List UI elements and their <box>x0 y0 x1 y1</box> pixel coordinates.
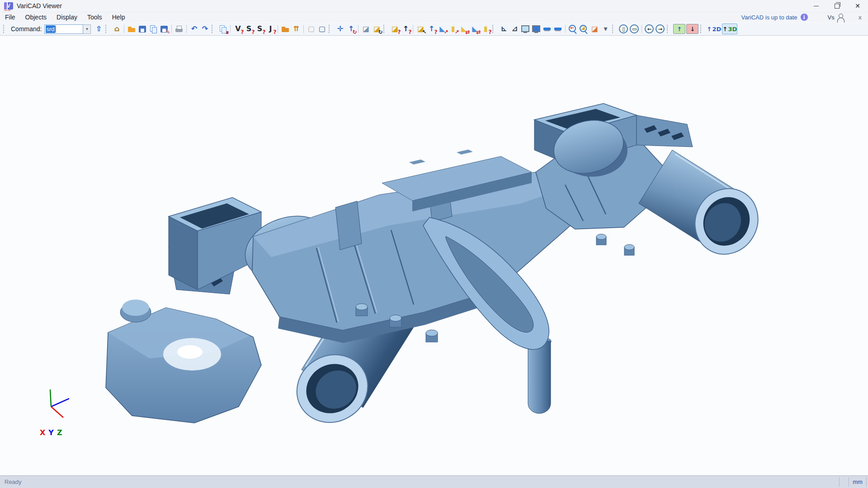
insert-symbol-glyph: ⇈ <box>293 25 299 33</box>
menu-help[interactable]: Help <box>107 14 130 21</box>
measure-cylinder-badge: ? <box>489 29 492 35</box>
model-viewport[interactable] <box>0 36 868 476</box>
command-text-selected: srd <box>46 25 55 33</box>
copy-drawing-icon[interactable] <box>148 24 158 34</box>
zoom-previous-glyph: ← <box>570 26 574 30</box>
menu-display[interactable]: Display <box>52 14 82 21</box>
save-icon[interactable] <box>137 24 147 34</box>
query-view-icon[interactable]: V? <box>233 24 243 34</box>
varicad-viewer-window: V VariCAD VariCAD Viewer ✕ File Objects … <box>0 0 868 488</box>
measure-distance-icon[interactable]: ◣↗ <box>437 24 447 34</box>
display-wire-icon[interactable] <box>520 24 530 34</box>
print-icon[interactable] <box>174 24 184 34</box>
redo-icon[interactable]: ↷ <box>200 24 210 34</box>
command-input[interactable]: srd <box>44 24 83 34</box>
3d-model[interactable] <box>0 36 868 476</box>
mode-3d-icon[interactable]: ↑3D <box>722 23 737 34</box>
query-surface-icon[interactable]: S? <box>255 24 264 34</box>
query-entity-icon[interactable]: ↑? <box>426 24 436 34</box>
measure-angle-badge: ⇄ <box>476 29 481 35</box>
load-previous-icon[interactable]: ↑ <box>673 24 685 34</box>
select-solid-icon[interactable]: ◪↖ <box>415 24 425 34</box>
view-next-icon[interactable]: → <box>655 24 665 34</box>
caliper-inner-icon[interactable]: ⊿ <box>509 24 519 34</box>
mode-2d-icon[interactable]: ↑2D <box>707 24 721 34</box>
open-file-icon[interactable] <box>127 24 137 34</box>
query-joint-icon[interactable]: J? <box>265 24 275 34</box>
measure-between-icon[interactable]: ◣⇄ <box>459 24 469 34</box>
restore-icon <box>835 4 840 9</box>
query-view-badge: ? <box>241 29 244 35</box>
pan-view-icon[interactable]: ✛ <box>335 24 345 34</box>
send-view-icon[interactable]: ⇧ <box>94 24 104 34</box>
display-section-2-icon[interactable] <box>553 24 563 34</box>
logo-subtext: VariCAD <box>4 9 11 11</box>
toolbar-grip <box>329 25 333 33</box>
axis-x-label: X <box>40 428 45 437</box>
axis-z-label: Z <box>57 428 62 437</box>
restore-button[interactable] <box>826 0 847 12</box>
menu-right-area: VariCAD is up to date i Vs x <box>741 14 868 21</box>
insert-symbol-icon[interactable]: ⇈ <box>291 24 301 34</box>
measure-angle-icon[interactable]: ◣⇄ <box>470 24 480 34</box>
command-caret <box>55 26 56 33</box>
view-previous-icon[interactable]: ← <box>644 24 654 34</box>
shaded-cube-icon[interactable]: ▢ <box>317 24 327 34</box>
identify-entity-glyph: ↑ <box>403 25 409 33</box>
query-solid-icon[interactable]: S? <box>244 24 254 34</box>
account-area[interactable]: Vs <box>828 14 845 21</box>
toolbar-grip <box>492 25 496 33</box>
toolbar: Command: srd ▾ ⇧⌂✎↶↷▪V?S?S?J?⇈▢▢✛↑↻◪◪↻◪?… <box>0 23 868 36</box>
render-style-caret-icon[interactable]: ▾ <box>600 24 610 34</box>
close-button[interactable]: ✕ <box>847 0 868 12</box>
identify-entity-icon[interactable]: ↑? <box>401 24 410 34</box>
wireframe-cube-icon[interactable]: ▢ <box>306 24 316 34</box>
measure-cylinder-icon[interactable]: ▮? <box>481 24 491 34</box>
caliper-outer-icon[interactable]: ⊾ <box>499 24 509 34</box>
insert-block-icon[interactable] <box>280 24 290 34</box>
render-style-icon[interactable]: ◪ <box>590 24 599 34</box>
load-next-glyph: ↓ <box>690 26 695 32</box>
status-text: Ready <box>5 479 22 485</box>
home-icon[interactable]: ⌂ <box>112 24 122 34</box>
load-next-icon[interactable]: ↓ <box>686 24 698 34</box>
toolbar-divider <box>278 25 278 33</box>
toolbar-grip <box>212 25 216 33</box>
zoom-solid-icon[interactable]: ◪ <box>579 24 589 34</box>
identify-entity-badge: ? <box>409 29 412 35</box>
measure-point-icon[interactable]: ▮↗ <box>448 24 458 34</box>
toolbar-divider <box>358 25 359 33</box>
display-shaded-icon[interactable] <box>531 24 541 34</box>
command-dropdown-button[interactable]: ▾ <box>83 24 91 34</box>
query-surface-badge: ? <box>263 29 266 35</box>
undo-glyph: ↶ <box>191 25 197 33</box>
toolbar-divider <box>413 25 413 33</box>
zoom-previous-icon[interactable]: ← <box>568 24 578 34</box>
menu-objects[interactable]: Objects <box>20 14 52 21</box>
copy-to-clipboard-icon[interactable]: ▪ <box>218 24 228 34</box>
menu-tools[interactable]: Tools <box>82 14 107 21</box>
query-surface-glyph: S <box>257 25 263 33</box>
identify-solid-icon[interactable]: ◪? <box>390 24 400 34</box>
mode-2d-arrow: ↑ <box>707 26 712 32</box>
axis-x-line <box>51 407 63 418</box>
status-bar: Ready mm <box>0 475 868 488</box>
info-icon[interactable]: i <box>801 14 808 21</box>
rotate-view-icon[interactable]: ↑↻ <box>346 24 356 34</box>
menu-file[interactable]: File <box>0 14 20 21</box>
save-as-icon[interactable]: ✎ <box>159 24 169 34</box>
axis-y-line <box>51 399 69 407</box>
spin-solid-icon[interactable]: ◪↻ <box>372 24 382 34</box>
display-section-icon[interactable] <box>542 24 552 34</box>
minimize-button[interactable] <box>806 0 826 12</box>
logo-letter: V <box>7 3 10 9</box>
user-icon <box>837 14 845 21</box>
close-icon: ✕ <box>855 2 860 9</box>
iso-view-icon[interactable]: ◪ <box>361 24 371 34</box>
measure-distance-badge: ↗ <box>443 29 448 35</box>
document-close-button[interactable]: x <box>859 14 862 21</box>
undo-icon[interactable]: ↶ <box>189 24 199 34</box>
toolbar-grip <box>383 25 387 33</box>
zoom-all-icon[interactable]: ▯ <box>618 24 628 34</box>
zoom-window-icon[interactable]: ▭ <box>629 24 639 34</box>
